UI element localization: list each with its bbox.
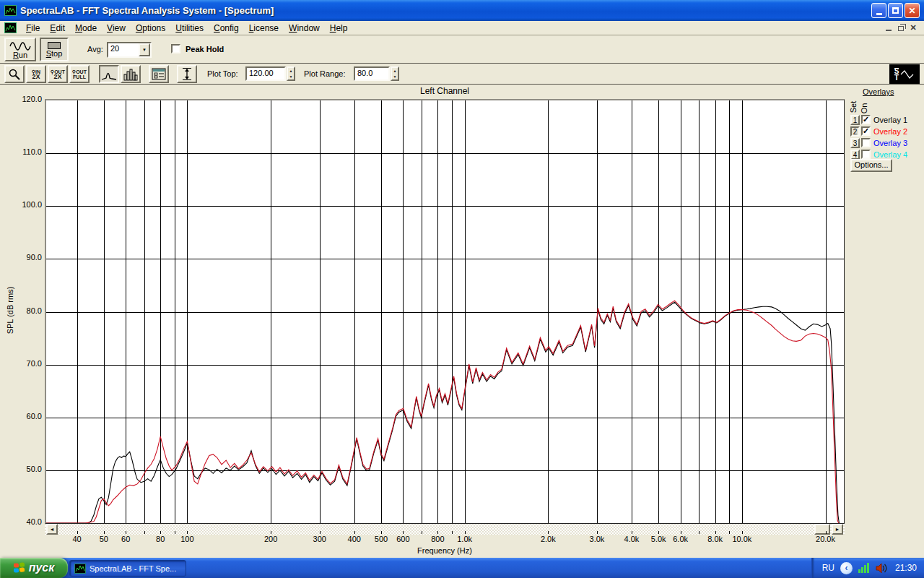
x-tick-mark (77, 531, 78, 534)
run-label: Run (13, 51, 27, 59)
spin-up-icon[interactable]: ▲ (392, 68, 398, 74)
spectrum-view: Left Channel SPL (dB rms) 120.0110.0100.… (0, 85, 924, 558)
mdi-restore-button[interactable] (896, 22, 906, 33)
task-label: SpectraLAB - FFT Spe... (90, 564, 176, 573)
plot-toolbar: ⚲IN 2X ⚲OUT 2X ⚲OUT FULL Plot Top: 120.0… (0, 64, 924, 85)
x-tick-mark (403, 531, 404, 534)
y-tick-label: 70.0 (6, 359, 42, 368)
plot-top-field[interactable]: 120.00 (245, 66, 286, 81)
combo-dropdown-button[interactable]: ▼ (139, 43, 150, 56)
avg-combo[interactable]: 20 ▼ (107, 42, 152, 58)
overlay-options-button[interactable]: Options... (850, 159, 892, 172)
x-tick-mark (826, 531, 827, 534)
x-tick-label: 1.0k (449, 535, 481, 543)
x-tick-mark (681, 531, 681, 534)
overlay-on-checkbox-4[interactable] (861, 150, 871, 159)
overlay-on-checkbox-2[interactable]: ✓ (861, 126, 871, 136)
menu-mode[interactable]: Mode (70, 22, 102, 35)
overlay-label-2: Overlay 2 (873, 127, 907, 136)
menu-file[interactable]: File (21, 22, 45, 35)
vertical-range-icon (181, 67, 193, 81)
maximize-icon (892, 7, 899, 14)
line-spectrum-button[interactable] (99, 65, 119, 83)
zoom-out-full-button[interactable]: ⚲OUT FULL (69, 65, 90, 83)
zoom-tool-button[interactable] (4, 65, 25, 83)
spin-down-icon[interactable]: ▼ (288, 74, 294, 79)
overlay-row-1: 1✓Overlay 1 (850, 114, 907, 125)
spin-down-icon[interactable]: ▼ (392, 74, 398, 79)
x-tick-label: 3.0k (581, 535, 613, 543)
overlay-on-checkbox-3[interactable] (861, 138, 871, 147)
overlay-label-1: Overlay 1 (873, 116, 907, 124)
mdi-minimize-icon (886, 30, 892, 31)
peak-hold-checkbox[interactable] (171, 44, 180, 53)
clock[interactable]: 21:30 (895, 563, 917, 573)
on-column-label: On (860, 103, 868, 114)
language-indicator[interactable]: RU (822, 563, 834, 573)
taskbar-task-button[interactable]: SpectraLAB - FFT Spe... (69, 560, 186, 577)
overlay-set-button-4[interactable]: 4 (850, 150, 860, 160)
spin-up-icon[interactable]: ▲ (288, 68, 294, 74)
plot-top-spinner[interactable]: ▲▼ (287, 66, 295, 81)
mdi-minimize-button[interactable] (884, 22, 894, 33)
horizontal-scrollbar[interactable] (45, 524, 845, 535)
control-panel-button[interactable] (149, 65, 169, 83)
y-tick-label: 90.0 (6, 253, 42, 262)
signal-strength-icon[interactable] (858, 563, 870, 573)
close-button[interactable]: ✕ (905, 3, 920, 18)
hide-icons-chevron[interactable]: ‹ (840, 562, 853, 574)
scroll-right-button[interactable]: ► (832, 524, 843, 535)
logo-t: T (894, 75, 899, 81)
menu-edit[interactable]: Edit (45, 22, 70, 35)
bar-spectrum-button[interactable] (121, 65, 141, 83)
x-tick-mark (422, 531, 422, 534)
y-tick-label: 120.0 (6, 95, 42, 103)
taskbar: пуск SpectraLAB - FFT Spe... RU ‹ 21:30 (0, 558, 924, 578)
minimize-button[interactable] (871, 3, 886, 18)
menu-options[interactable]: Options (131, 22, 170, 35)
x-tick-mark (729, 531, 730, 534)
plot-range-field[interactable]: 80.0 (354, 66, 390, 81)
minimize-icon (876, 13, 882, 15)
avg-label: Avg: (87, 45, 103, 53)
x-tick-mark (715, 531, 716, 534)
menu-license[interactable]: License (244, 22, 284, 35)
x-tick-mark (699, 531, 699, 534)
scroll-left-button[interactable]: ◄ (46, 524, 58, 535)
menu-utilities[interactable]: Utilities (170, 22, 209, 35)
stop-button[interactable]: Stop (40, 38, 69, 61)
menu-help[interactable]: Help (325, 22, 353, 35)
x-tick-label: 20.0k (810, 535, 842, 543)
menu-window[interactable]: Window (284, 22, 325, 35)
overlay-set-button-2[interactable]: 2 (850, 126, 860, 137)
overlay-set-button-3[interactable]: 3 (850, 138, 860, 148)
menu-config[interactable]: Config (209, 22, 244, 35)
maximize-button[interactable] (888, 3, 903, 18)
zoom-in-2x-button[interactable]: ⚲IN 2X (26, 65, 46, 83)
vertical-scale-button[interactable] (177, 65, 197, 83)
x-tick-mark (320, 531, 321, 534)
start-button[interactable]: пуск (0, 558, 68, 578)
menu-view[interactable]: View (102, 22, 131, 35)
plot-range-spinner[interactable]: ▲▼ (391, 66, 399, 81)
plot-top-label: Plot Top: (207, 69, 238, 78)
x-tick-label: 300 (304, 535, 336, 543)
bar-spectrum-icon (123, 68, 138, 81)
plot-range-label: Plot Range: (304, 69, 345, 78)
overlay-set-button-1[interactable]: 1 (850, 115, 860, 125)
x-tick-label: 2.0k (532, 535, 564, 543)
volume-icon[interactable] (876, 563, 888, 574)
mdi-close-button[interactable]: ✕ (908, 22, 918, 33)
y-tick-label: 60.0 (6, 412, 42, 420)
title-bar: SpectraLAB - FFT Spectral Analysis Syste… (0, 0, 924, 21)
run-button[interactable]: Run (4, 38, 36, 61)
overlay-on-checkbox-1[interactable]: ✓ (861, 115, 871, 124)
sine-wave-icon (9, 40, 32, 51)
scrollbar-thumb[interactable] (814, 524, 830, 535)
x-tick-mark (658, 531, 659, 534)
x-tick-mark (126, 531, 126, 534)
x-axis-title: Frequency (Hz) (45, 546, 845, 555)
spectrum-plot[interactable] (45, 99, 845, 524)
zoom-out-2x-button[interactable]: ⚲OUT 2X (48, 65, 68, 83)
overlay-label-4: Overlay 4 (873, 150, 907, 159)
